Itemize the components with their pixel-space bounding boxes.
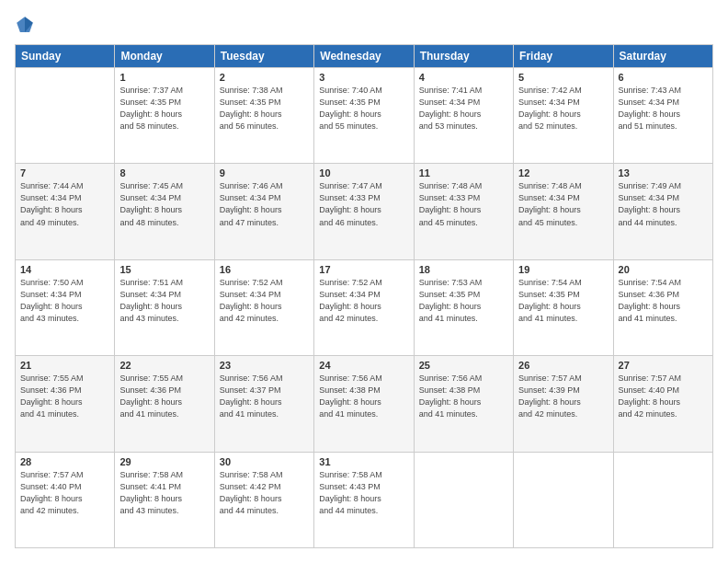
day-cell: 8Sunrise: 7:45 AMSunset: 4:34 PMDaylight… (115, 164, 214, 259)
day-cell: 16Sunrise: 7:52 AMSunset: 4:34 PMDayligh… (214, 259, 313, 355)
day-cell: 31Sunrise: 7:58 AMSunset: 4:43 PMDayligh… (314, 452, 414, 547)
day-number: 24 (319, 360, 408, 371)
day-info: Sunrise: 7:44 AMSunset: 4:34 PMDaylight:… (20, 180, 109, 228)
day-number: 20 (619, 264, 708, 275)
day-header-wednesday: Wednesday (314, 45, 414, 68)
day-number: 29 (119, 456, 209, 467)
day-header-friday: Friday (514, 45, 613, 68)
day-info: Sunrise: 7:57 AMSunset: 4:39 PMDaylight:… (518, 373, 608, 420)
week-row-5: 28Sunrise: 7:57 AMSunset: 4:40 PMDayligh… (16, 452, 713, 547)
day-info: Sunrise: 7:48 AMSunset: 4:34 PMDaylight:… (518, 180, 608, 228)
week-row-2: 7Sunrise: 7:44 AMSunset: 4:34 PMDaylight… (16, 164, 713, 259)
day-number: 13 (619, 167, 708, 178)
day-cell: 17Sunrise: 7:52 AMSunset: 4:34 PMDayligh… (314, 259, 414, 355)
day-cell: 11Sunrise: 7:48 AMSunset: 4:33 PMDayligh… (414, 164, 513, 259)
day-number: 23 (220, 360, 309, 371)
logo (15, 15, 39, 35)
day-info: Sunrise: 7:45 AMSunset: 4:34 PMDaylight:… (119, 180, 209, 228)
day-info: Sunrise: 7:47 AMSunset: 4:33 PMDaylight:… (319, 180, 408, 228)
day-info: Sunrise: 7:50 AMSunset: 4:34 PMDaylight:… (20, 277, 109, 325)
week-row-4: 21Sunrise: 7:55 AMSunset: 4:36 PMDayligh… (16, 356, 713, 452)
day-cell: 26Sunrise: 7:57 AMSunset: 4:39 PMDayligh… (514, 356, 613, 452)
day-info: Sunrise: 7:55 AMSunset: 4:36 PMDaylight:… (119, 373, 209, 420)
day-info: Sunrise: 7:55 AMSunset: 4:36 PMDaylight:… (20, 373, 109, 420)
day-number: 3 (319, 72, 408, 83)
day-cell: 3Sunrise: 7:40 AMSunset: 4:35 PMDaylight… (314, 68, 414, 164)
day-cell: 7Sunrise: 7:44 AMSunset: 4:34 PMDaylight… (16, 164, 115, 259)
week-row-3: 14Sunrise: 7:50 AMSunset: 4:34 PMDayligh… (16, 259, 713, 355)
day-info: Sunrise: 7:58 AMSunset: 4:43 PMDaylight:… (319, 469, 408, 517)
day-number: 4 (419, 72, 508, 83)
day-number: 6 (619, 72, 708, 83)
day-info: Sunrise: 7:37 AMSunset: 4:35 PMDaylight:… (119, 85, 209, 132)
day-number: 21 (20, 360, 109, 371)
day-number: 17 (319, 264, 408, 275)
day-info: Sunrise: 7:52 AMSunset: 4:34 PMDaylight:… (220, 277, 309, 325)
day-header-sunday: Sunday (16, 45, 115, 68)
day-number: 8 (119, 167, 209, 178)
day-info: Sunrise: 7:42 AMSunset: 4:34 PMDaylight:… (518, 85, 608, 132)
day-number: 27 (619, 360, 708, 371)
day-info: Sunrise: 7:49 AMSunset: 4:34 PMDaylight:… (619, 180, 708, 228)
day-cell: 5Sunrise: 7:42 AMSunset: 4:34 PMDaylight… (514, 68, 613, 164)
day-cell: 24Sunrise: 7:56 AMSunset: 4:38 PMDayligh… (314, 356, 414, 452)
day-cell: 1Sunrise: 7:37 AMSunset: 4:35 PMDaylight… (115, 68, 214, 164)
day-cell: 6Sunrise: 7:43 AMSunset: 4:34 PMDaylight… (613, 68, 712, 164)
header (15, 15, 713, 35)
day-info: Sunrise: 7:58 AMSunset: 4:41 PMDaylight:… (119, 469, 209, 517)
day-number: 12 (518, 167, 608, 178)
day-header-thursday: Thursday (414, 45, 513, 68)
day-cell: 22Sunrise: 7:55 AMSunset: 4:36 PMDayligh… (115, 356, 214, 452)
day-cell (16, 68, 115, 164)
day-cell: 14Sunrise: 7:50 AMSunset: 4:34 PMDayligh… (16, 259, 115, 355)
day-number: 22 (119, 360, 209, 371)
day-number: 28 (20, 456, 109, 467)
day-number: 11 (419, 167, 508, 178)
day-cell: 21Sunrise: 7:55 AMSunset: 4:36 PMDayligh… (16, 356, 115, 452)
day-cell: 15Sunrise: 7:51 AMSunset: 4:34 PMDayligh… (115, 259, 214, 355)
day-cell: 19Sunrise: 7:54 AMSunset: 4:35 PMDayligh… (514, 259, 613, 355)
day-cell: 27Sunrise: 7:57 AMSunset: 4:40 PMDayligh… (613, 356, 712, 452)
day-header-saturday: Saturday (613, 45, 712, 68)
day-cell: 20Sunrise: 7:54 AMSunset: 4:36 PMDayligh… (613, 259, 712, 355)
page: SundayMondayTuesdayWednesdayThursdayFrid… (0, 0, 728, 563)
day-cell: 23Sunrise: 7:56 AMSunset: 4:37 PMDayligh… (214, 356, 313, 452)
calendar-table: SundayMondayTuesdayWednesdayThursdayFrid… (15, 44, 713, 548)
day-info: Sunrise: 7:56 AMSunset: 4:37 PMDaylight:… (220, 373, 309, 420)
day-cell: 28Sunrise: 7:57 AMSunset: 4:40 PMDayligh… (16, 452, 115, 547)
day-number: 30 (220, 456, 309, 467)
day-info: Sunrise: 7:51 AMSunset: 4:34 PMDaylight:… (119, 277, 209, 325)
day-info: Sunrise: 7:43 AMSunset: 4:34 PMDaylight:… (619, 85, 708, 132)
day-number: 25 (419, 360, 508, 371)
day-info: Sunrise: 7:58 AMSunset: 4:42 PMDaylight:… (220, 469, 309, 517)
day-cell: 25Sunrise: 7:56 AMSunset: 4:38 PMDayligh… (414, 356, 513, 452)
day-number: 9 (220, 167, 309, 178)
day-info: Sunrise: 7:40 AMSunset: 4:35 PMDaylight:… (319, 85, 408, 132)
day-info: Sunrise: 7:57 AMSunset: 4:40 PMDaylight:… (20, 469, 109, 517)
day-info: Sunrise: 7:48 AMSunset: 4:33 PMDaylight:… (419, 180, 508, 228)
day-number: 7 (20, 167, 109, 178)
day-cell: 4Sunrise: 7:41 AMSunset: 4:34 PMDaylight… (414, 68, 513, 164)
day-cell: 9Sunrise: 7:46 AMSunset: 4:34 PMDaylight… (214, 164, 313, 259)
day-info: Sunrise: 7:38 AMSunset: 4:35 PMDaylight:… (220, 85, 309, 132)
day-info: Sunrise: 7:46 AMSunset: 4:34 PMDaylight:… (220, 180, 309, 228)
day-header-monday: Monday (115, 45, 214, 68)
day-number: 1 (119, 72, 209, 83)
day-cell: 13Sunrise: 7:49 AMSunset: 4:34 PMDayligh… (613, 164, 712, 259)
day-info: Sunrise: 7:53 AMSunset: 4:35 PMDaylight:… (419, 277, 508, 325)
day-number: 14 (20, 264, 109, 275)
day-info: Sunrise: 7:56 AMSunset: 4:38 PMDaylight:… (419, 373, 508, 420)
day-cell: 2Sunrise: 7:38 AMSunset: 4:35 PMDaylight… (214, 68, 313, 164)
day-cell: 18Sunrise: 7:53 AMSunset: 4:35 PMDayligh… (414, 259, 513, 355)
days-header-row: SundayMondayTuesdayWednesdayThursdayFrid… (16, 45, 713, 68)
day-cell (414, 452, 513, 547)
day-cell (514, 452, 613, 547)
day-info: Sunrise: 7:57 AMSunset: 4:40 PMDaylight:… (619, 373, 708, 420)
day-info: Sunrise: 7:54 AMSunset: 4:36 PMDaylight:… (619, 277, 708, 325)
day-cell (613, 452, 712, 547)
day-cell: 12Sunrise: 7:48 AMSunset: 4:34 PMDayligh… (514, 164, 613, 259)
day-number: 18 (419, 264, 508, 275)
day-header-tuesday: Tuesday (214, 45, 313, 68)
day-number: 19 (518, 264, 608, 275)
day-number: 16 (220, 264, 309, 275)
